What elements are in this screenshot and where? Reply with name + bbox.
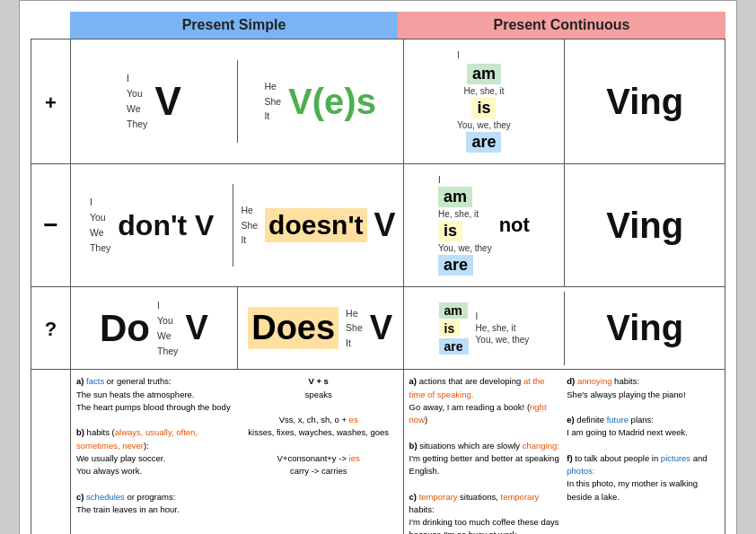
- notes-ps-vs: V + s: [240, 375, 398, 388]
- pc-minus-am: am: [438, 187, 472, 207]
- notes-pc-b-ex: I'm getting better and better at speakin…: [409, 452, 562, 478]
- ps-plus-ves: V(e)s: [288, 82, 376, 122]
- notes-pc-f: f) to talk about people in pictures and …: [567, 452, 719, 478]
- table-row-notes: a) facts or general truths: The sun heat…: [31, 370, 725, 534]
- notes-pc-b: b) situations which are slowly changing:: [409, 440, 562, 452]
- ps-plus-pronouns-right: HeSheIt: [264, 79, 281, 124]
- notes-pc-e: e) definite future plans:: [567, 414, 719, 426]
- aux-are: are: [466, 132, 501, 153]
- notes-ps-b: b) habits (always, usually, often, somet…: [76, 426, 234, 452]
- pc-plus-ving: Ving: [606, 82, 683, 122]
- notes-pc-a-ex: Go away, I am reading a book! (right now…: [409, 401, 562, 427]
- pc-q-ving: Ving: [606, 308, 683, 348]
- notes-ps-a-facts: facts: [86, 376, 104, 386]
- plus-icon: +: [45, 92, 57, 114]
- table-row-plus: + IYouWeThey V HeSheIt V(e)s: [31, 39, 725, 164]
- notes-ps-ies: V+consonant+y -> ies: [240, 452, 398, 465]
- notes-ps-carry: carry -> carries: [240, 465, 398, 477]
- notes-pc-c: c) temporary situations, temporary habit…: [409, 491, 562, 517]
- grammar-table: + IYouWeThey V HeSheIt V(e)s: [31, 39, 725, 534]
- q-sign-cell: ?: [31, 287, 71, 370]
- ps-plus-v: V: [154, 79, 180, 124]
- ps-q-do: Do: [100, 307, 150, 350]
- header-present-simple: Present Simple: [70, 12, 398, 39]
- ps-q-left: Do IYouWeThey V: [71, 287, 237, 369]
- pc-minus-ving: Ving: [606, 206, 683, 246]
- notes-sign-empty: [31, 370, 71, 534]
- notes-ps-ves: Vss, x, ch, sh, o + es: [240, 414, 398, 426]
- ps-plus-cell: IYouWeThey V HeSheIt V(e)s: [71, 39, 404, 164]
- ps-minus-left: IYouWeThey don't V: [71, 184, 233, 266]
- notes-ps-a-ex1: The sun heats the atmosphere.: [76, 389, 234, 401]
- notes-pc-f-pictures: pictures: [661, 453, 690, 463]
- pc-minus-i: I: [438, 175, 441, 185]
- notes-ps-a: a) facts or general truths:: [76, 375, 234, 388]
- pc-plus-aux: am He, she, it is You, we, they are: [457, 64, 511, 153]
- notes-pc-d-ex: She's always playing the piano!: [567, 389, 719, 401]
- pc-plus-i: I: [457, 50, 460, 60]
- pc-minus-right: Ving: [564, 164, 725, 286]
- notes-ps-ves-ex: kisses, fixes, wayches, washes, goes: [240, 426, 398, 439]
- notes-ps-c-ex: The train leaves in an hour.: [76, 503, 234, 516]
- minus-icon: −: [43, 211, 57, 239]
- ps-minus-right: HeSheIt doesn't V: [233, 184, 402, 266]
- notes-pc-col2: d) annoying habits: She's always playing…: [567, 375, 719, 534]
- pc-minus-you: You, we, they: [438, 243, 492, 253]
- ps-q-cell: Do IYouWeThey V Does HeSheIt V: [71, 287, 404, 370]
- notes-ps-col1: a) facts or general truths: The sun heat…: [76, 375, 234, 516]
- notes-ps: a) facts or general truths: The sun heat…: [71, 370, 403, 521]
- header-present-continuous: Present Continuous: [398, 12, 725, 39]
- aux-am: am: [467, 64, 501, 84]
- notes-ps-col2: V + s speaks Vss, x, ch, sh, o + es kiss…: [240, 375, 398, 516]
- ps-minus-pronouns-left: IYouWeThey: [90, 195, 110, 255]
- page: Present Simple Present Continuous + IYou…: [19, 0, 737, 534]
- notes-pc-c-temp1: temporary: [419, 492, 458, 502]
- notes-ps-ies-suffix: ies: [349, 453, 360, 463]
- notes-pc-c-ex: I'm drinking too much coffee these days …: [409, 516, 562, 534]
- pc-minus-are: are: [438, 255, 473, 276]
- notes-ps-c: c) schedules or programs:: [76, 491, 234, 503]
- minus-sign-cell: −: [31, 164, 71, 287]
- ps-q-right: Does HeSheIt V: [237, 287, 403, 369]
- notes-pc-col1: a) actions that are developing at the ti…: [409, 375, 562, 534]
- ps-minus-dont: don't V: [118, 209, 214, 242]
- notes-ps-es: es: [349, 415, 358, 425]
- notes-pc-b-highlight: changing:: [523, 441, 559, 451]
- pc-q-cell: am is are I He, she, it You, we, they Vi…: [403, 287, 725, 370]
- q-icon: ?: [45, 318, 57, 340]
- ps-q-v: V: [185, 309, 207, 347]
- ps-plus-left: IYouWeThey V: [71, 60, 237, 142]
- ps-minus-cell: IYouWeThey don't V HeSheIt doesn't V: [71, 164, 404, 287]
- notes-pc-e-future: future: [607, 415, 629, 425]
- ps-minus-doesnt: doesn't: [265, 208, 366, 242]
- notes-ps-c-schedules: schedules: [86, 492, 125, 502]
- pc-minus-he: He, she, it: [438, 209, 479, 219]
- notes-pc-d-annoying: annoying: [577, 376, 612, 386]
- notes-pc-e-ex: I am going to Madrid next week.: [567, 426, 719, 439]
- notes-pc-f-ex: In this photo, my mother is walking besi…: [567, 477, 719, 503]
- notes-pc-d: d) annoying habits:: [567, 375, 719, 388]
- notes-ps-speaks: speaks: [240, 389, 398, 401]
- pc-minus-not: not: [499, 214, 530, 237]
- ps-q-does: Does: [248, 307, 338, 349]
- ps-minus-v: V: [374, 206, 396, 244]
- notes-ps-cell: a) facts or general truths: The sun heat…: [71, 370, 404, 534]
- notes-pc-a-now: right now: [409, 402, 547, 425]
- pc-q-you: You, we, they: [476, 335, 530, 345]
- notes-pc-f-photos: photos:: [567, 466, 594, 476]
- pc-minus-cell: I am He, she, it is You, we, they are no…: [403, 164, 725, 287]
- ps-plus-pronouns-left: IYouWeThey: [127, 71, 147, 131]
- ps-plus-right: HeSheIt V(e)s: [237, 60, 403, 142]
- notes-ps-b-ex1: We usually play soccer.: [76, 452, 234, 465]
- pc-q-right: Ving: [564, 292, 725, 365]
- ps-q-pronouns-right: HeSheIt: [346, 306, 363, 351]
- pc-plus-cell: I am He, she, it is You, we, they are Vi…: [403, 39, 725, 164]
- pc-q-am: am: [439, 302, 468, 319]
- notes-ps-b-habits: always, usually, often, sometimes, never: [76, 427, 198, 450]
- ps-minus-pronouns-right: HeSheIt: [241, 203, 258, 248]
- ps-q-pronouns: IYouWeThey: [157, 298, 178, 358]
- pc-q-i: I: [476, 311, 530, 321]
- pc-plus-you: You, we, they: [457, 120, 511, 130]
- pc-q-left: am is are I He, she, it You, we, they: [404, 292, 565, 365]
- table-row-question: ? Do IYouWeThey V Does HeSheIt: [31, 287, 725, 370]
